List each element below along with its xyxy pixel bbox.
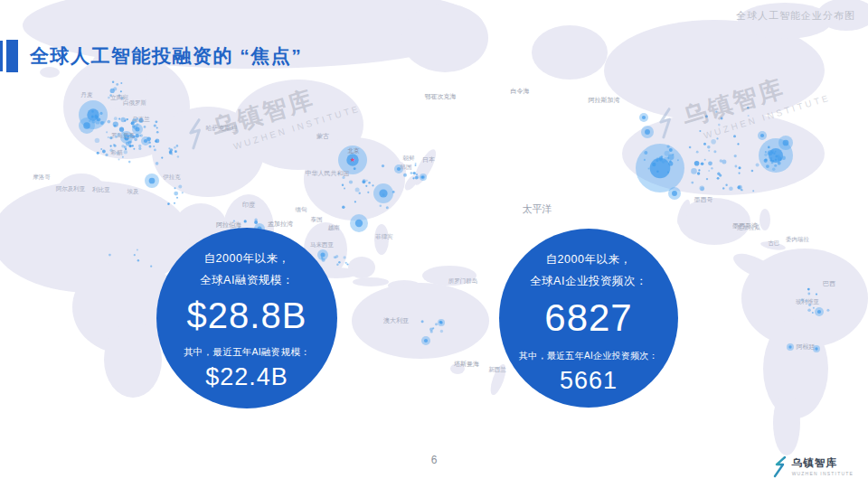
company-dot [118, 118, 120, 120]
company-dot [716, 137, 718, 139]
company-dot [133, 148, 135, 150]
company-dot [114, 117, 118, 120]
company-dot [342, 206, 344, 209]
company-dot [128, 161, 131, 164]
sea-label: 孟加拉湾 [268, 221, 293, 228]
company-dot [138, 145, 141, 147]
country-label: 印度 [242, 202, 255, 209]
company-dot [703, 143, 706, 145]
company-dot [120, 82, 122, 84]
company-dot [698, 169, 700, 171]
company-dot [102, 150, 106, 154]
company-dot [706, 178, 708, 180]
company-dot [100, 148, 102, 150]
company-bubble-core [645, 129, 650, 135]
beijing-star-icon: ★ [350, 156, 355, 163]
company-dot [124, 150, 127, 154]
company-dot [137, 259, 139, 261]
company-dot [156, 131, 159, 134]
company-dot [156, 127, 158, 129]
country-label: 越南 [328, 224, 341, 231]
company-dot [154, 149, 156, 152]
company-dot [110, 145, 112, 147]
country-label: 阿根廷 [797, 343, 816, 351]
company-bubble-core [815, 347, 817, 350]
company-dot [708, 170, 710, 172]
company-bubble-core [769, 148, 783, 163]
wuzhen-logo-icon [773, 455, 788, 479]
company-dot [722, 160, 726, 164]
company-dot [354, 201, 356, 202]
company-dot [116, 83, 118, 86]
company-dot [106, 131, 108, 133]
company-dot [813, 307, 815, 309]
country-label: 伊拉克 [163, 174, 181, 181]
company-dot [176, 197, 178, 199]
funding-line2: 全球AI融资规模： [156, 273, 337, 288]
country-label: 利比亚 [91, 186, 110, 192]
company-dot [421, 320, 424, 323]
company-dot [344, 188, 345, 190]
company-dot [382, 164, 384, 167]
frequency-recent-value: 5661 [499, 367, 678, 395]
company-dot [342, 176, 344, 179]
company-dot [95, 138, 99, 143]
country-label: 玻利维亚 [796, 298, 820, 305]
company-bubble-core [650, 158, 671, 179]
country-label: 马来西亚 [310, 241, 335, 248]
country-label: 罗马尼亚 [111, 132, 136, 139]
company-dot [174, 146, 176, 149]
company-dot [416, 174, 418, 175]
beijing-label: 北京 [348, 147, 361, 155]
company-dot [254, 221, 258, 224]
company-dot [149, 145, 152, 147]
funding-stat-circle: 自2000年以来， 全球AI融资规模： $28.8B 其中，最近五年AI融资规模… [156, 228, 337, 408]
company-bubble-core [439, 321, 442, 324]
frequency-stat-circle: 自2000年以来， 全球AI企业投资频次： 6827 其中，最近五年AI企业投资… [499, 229, 678, 408]
company-dot [176, 145, 179, 147]
company-dot [366, 180, 368, 182]
company-dot [169, 150, 172, 153]
sea-label: 鄂霍次克海 [425, 93, 457, 100]
company-dot [113, 87, 117, 90]
country-label: 哈萨克斯坦 [206, 125, 238, 132]
company-dot [367, 192, 369, 193]
company-dot [721, 117, 723, 120]
company-dot [140, 134, 143, 136]
company-dot [708, 150, 710, 152]
company-dot [747, 107, 749, 108]
company-dot [429, 328, 433, 332]
company-dot [105, 154, 108, 156]
company-dot [156, 120, 158, 123]
company-dot [696, 151, 699, 154]
company-dot [349, 180, 353, 183]
company-dot [131, 122, 133, 124]
logo-subtitle: WUZHEN INSTITUTE [792, 472, 854, 476]
company-dot [177, 155, 179, 157]
company-dot [161, 157, 163, 159]
company-dot [718, 124, 721, 127]
country-label: 乌克兰 [132, 116, 150, 123]
sea-label: 太平洋 [523, 203, 552, 214]
company-dot [154, 124, 156, 127]
company-dot [697, 172, 700, 174]
company-dot [412, 177, 414, 179]
company-dot [739, 173, 741, 174]
company-dot [114, 125, 116, 127]
country-label: 阿尔及利亚 [56, 185, 86, 192]
country-label: 泰国 [311, 216, 323, 223]
company-dot [344, 256, 346, 258]
sea-label: 塔斯曼海 [453, 361, 479, 368]
company-dot [403, 174, 407, 177]
frequency-line1: 自2000年以来， [499, 252, 678, 267]
company-dot [440, 330, 443, 333]
country-label: 日本 [422, 156, 435, 164]
company-dot [118, 159, 120, 161]
page-number: 6 [0, 454, 868, 466]
company-dot [112, 81, 114, 83]
country-label: 所罗门群岛 [448, 277, 478, 285]
company-bubble-core [421, 175, 424, 178]
company-dot [338, 261, 340, 263]
company-dot [365, 185, 367, 187]
company-bubble-core [642, 116, 646, 119]
